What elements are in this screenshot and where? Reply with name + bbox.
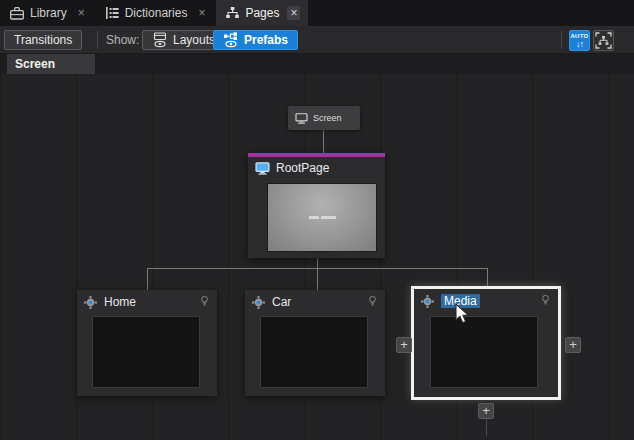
pages-editor-window: Library × Dictionaries × Pages × <box>0 0 634 440</box>
wire-root-stem <box>317 258 318 268</box>
tab-library[interactable]: Library × <box>0 0 96 26</box>
prefabs-eye-icon <box>223 32 239 48</box>
prefabs-label: Prefabs <box>244 33 288 47</box>
list-icon <box>106 7 119 19</box>
auto-arrows-icon: ↓↑ <box>576 40 583 49</box>
plus-icon: + <box>482 403 490 418</box>
add-page-button[interactable]: + <box>565 337 581 353</box>
node-title: Home <box>104 295 136 309</box>
toolbar-separator <box>97 31 98 49</box>
monitor-icon <box>255 162 270 175</box>
lightbulb-icon[interactable] <box>200 295 209 308</box>
toolbox-icon <box>10 7 24 20</box>
prefab-icon <box>252 296 265 309</box>
close-icon[interactable]: × <box>195 6 208 20</box>
breadcrumb-screen-tab[interactable]: Screen <box>7 54 95 74</box>
node-rootpage[interactable]: RootPage <box>248 153 385 258</box>
page-preview-thumbnail <box>260 316 368 388</box>
layouts-label: Layouts <box>173 33 215 47</box>
tab-pages[interactable]: Pages × <box>216 0 308 26</box>
node-screen[interactable]: Screen <box>288 106 360 130</box>
toolbar-separator <box>561 31 562 49</box>
wire-drop-home <box>147 268 148 290</box>
mouse-cursor <box>455 303 471 325</box>
plus-icon: + <box>569 337 577 352</box>
hierarchy-icon <box>226 7 239 19</box>
tab-label: Library <box>30 6 67 20</box>
plus-icon: + <box>400 337 408 352</box>
lightbulb-icon[interactable] <box>368 295 377 308</box>
close-icon[interactable]: × <box>75 6 88 20</box>
rootpage-accent-strip <box>248 153 385 157</box>
node-title: Car <box>272 295 291 309</box>
transitions-label: Transitions <box>14 33 72 47</box>
node-home[interactable]: Home <box>77 290 217 396</box>
layouts-eye-icon <box>152 32 168 48</box>
add-page-button[interactable]: + <box>396 337 412 353</box>
node-media-selected[interactable]: Media <box>411 286 561 400</box>
pages-toolbar: Transitions Show: Layouts Prefabs <box>0 26 634 54</box>
prefabs-toggle-button[interactable]: Prefabs <box>213 30 298 50</box>
close-icon[interactable]: × <box>287 6 300 20</box>
tab-label: Pages <box>245 6 279 20</box>
page-preview-thumbnail <box>430 316 538 388</box>
rootpage-preview-thumbnail <box>267 183 377 252</box>
page-preview-thumbnail <box>92 316 200 388</box>
prefab-icon <box>84 296 97 309</box>
wire-screen-root <box>323 130 324 153</box>
wire-drop-car <box>317 268 318 290</box>
auto-arrange-button[interactable]: AUTO ↓↑ <box>569 30 590 51</box>
wire-below-add <box>486 419 487 436</box>
node-title: Screen <box>313 113 342 123</box>
breadcrumb-row: Screen <box>0 54 634 74</box>
fit-graph-button[interactable] <box>593 30 614 51</box>
preview-caption-blur <box>321 216 336 219</box>
preview-caption-blur <box>309 216 319 219</box>
monitor-icon <box>295 113 308 124</box>
transitions-button[interactable]: Transitions <box>4 30 82 50</box>
document-tabbar: Library × Dictionaries × Pages × <box>0 0 634 26</box>
node-car[interactable]: Car <box>245 290 385 396</box>
show-label: Show: <box>106 33 139 47</box>
graph-canvas[interactable]: Screen RootPage <box>0 74 634 440</box>
node-title: RootPage <box>276 161 329 175</box>
wire-drop-media <box>487 268 488 286</box>
lightbulb-icon[interactable] <box>541 294 550 307</box>
tab-label: Dictionaries <box>125 6 188 20</box>
add-child-page-button[interactable]: + <box>478 403 494 419</box>
prefab-icon <box>421 295 434 308</box>
fit-tree-icon <box>595 32 612 49</box>
breadcrumb-label: Screen <box>15 57 55 71</box>
tab-dictionaries[interactable]: Dictionaries × <box>96 0 217 26</box>
